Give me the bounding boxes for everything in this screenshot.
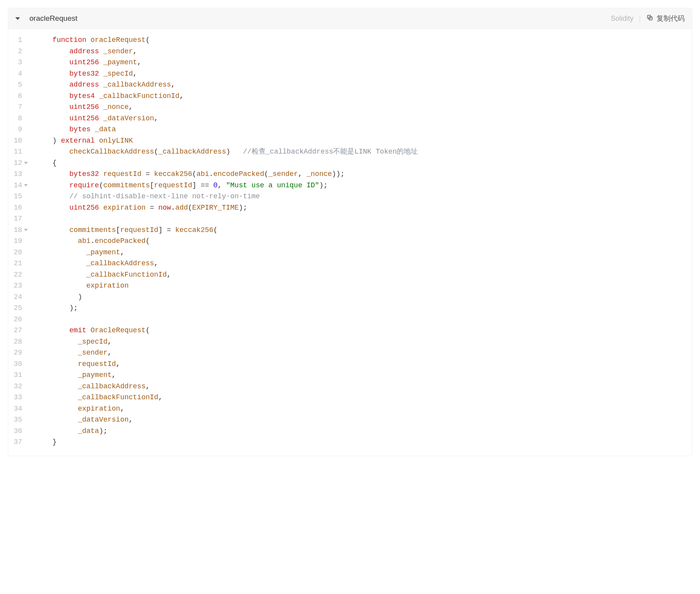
line-number: 9 (14, 124, 22, 135)
code-line: _payment, (36, 369, 418, 381)
code-line: bytes32 _specId, (36, 68, 418, 80)
line-number: 34 (14, 403, 22, 415)
fold-icon[interactable] (24, 184, 28, 187)
code-line: ) external onlyLINK (36, 135, 418, 147)
language-label: Solidity (611, 14, 633, 23)
code-body: 1234567891011121314151617181920212223242… (8, 29, 692, 456)
line-number: 37 (14, 436, 22, 448)
code-line: expiration, (36, 403, 418, 415)
line-number: 35 (14, 414, 22, 426)
line-number: 29 (14, 347, 22, 359)
copy-icon (646, 14, 653, 23)
line-number: 11 (14, 146, 22, 158)
code-line (36, 314, 418, 325)
line-number: 21 (14, 258, 22, 269)
line-number: 2 (14, 46, 22, 57)
code-line: _specId, (36, 336, 418, 348)
code-line: _sender, (36, 347, 418, 359)
line-number: 3 (14, 57, 22, 68)
line-number: 17 (14, 213, 22, 225)
header-divider: | (639, 14, 641, 23)
line-number: 20 (14, 247, 22, 258)
line-number: 18 (14, 225, 22, 236)
code-line: } (36, 436, 418, 448)
line-number: 6 (14, 91, 22, 102)
line-number: 32 (14, 381, 22, 392)
line-number-gutter: 1234567891011121314151617181920212223242… (8, 34, 26, 448)
code-line: uint256 _payment, (36, 57, 418, 68)
code-line: function oracleRequest( (36, 34, 418, 46)
code-line: _data); (36, 426, 418, 437)
code-line: uint256 expiration = now.add(EXPIRY_TIME… (36, 202, 418, 214)
line-number: 22 (14, 269, 22, 281)
fold-icon[interactable] (24, 229, 28, 231)
line-number: 5 (14, 79, 22, 91)
code-line: expiration (36, 280, 418, 292)
code-line: address _sender, (36, 46, 418, 57)
code-panel: oracleRequest Solidity | 复制代码 1234567891… (8, 8, 692, 456)
code-line: // solhint-disable-next-line not-rely-on… (36, 191, 418, 202)
copy-code-button[interactable]: 复制代码 (646, 14, 685, 23)
line-number: 8 (14, 113, 22, 124)
line-number: 10 (14, 135, 22, 147)
code-line: abi.encodePacked( (36, 235, 418, 247)
line-number: 14 (14, 180, 22, 191)
code-line: uint256 _dataVersion, (36, 113, 418, 124)
code-line: uint256 _nonce, (36, 101, 418, 113)
code-line: checkCallbackAddress(_callbackAddress) /… (36, 146, 418, 158)
code-line: _dataVersion, (36, 414, 418, 426)
code-line: ) (36, 292, 418, 303)
code-line: bytes4 _callbackFunctionId, (36, 91, 418, 102)
line-number: 27 (14, 325, 22, 336)
line-number: 16 (14, 202, 22, 214)
line-number: 25 (14, 302, 22, 314)
code-line: _callbackFunctionId, (36, 269, 418, 281)
file-name: oracleRequest (29, 14, 78, 23)
line-number: 4 (14, 68, 22, 80)
code-line (36, 213, 418, 225)
line-number: 24 (14, 292, 22, 303)
line-number: 33 (14, 392, 22, 403)
code-line: ); (36, 302, 418, 314)
line-number: 7 (14, 101, 22, 113)
code-line: commitments[requestId] = keccak256( (36, 225, 418, 236)
code-line: bytes32 requestId = keccak256(abi.encode… (36, 168, 418, 180)
line-number: 28 (14, 336, 22, 348)
code-line: bytes _data (36, 124, 418, 135)
line-number: 13 (14, 168, 22, 180)
code-line: emit OracleRequest( (36, 325, 418, 336)
code-content[interactable]: function oracleRequest( address _sender,… (26, 34, 425, 448)
code-line: _callbackAddress, (36, 258, 418, 269)
line-number: 36 (14, 426, 22, 437)
code-line: requestId, (36, 359, 418, 370)
line-number: 30 (14, 359, 22, 370)
code-line: require(commitments[requestId] == 0, "Mu… (36, 180, 418, 191)
line-number: 12 (14, 158, 22, 169)
line-number: 1 (14, 34, 22, 46)
code-line: _callbackFunctionId, (36, 392, 418, 403)
line-number: 19 (14, 235, 22, 247)
code-header: oracleRequest Solidity | 复制代码 (8, 8, 692, 29)
copy-label: 复制代码 (656, 14, 685, 23)
code-line: address _callbackAddress, (36, 79, 418, 91)
line-number: 31 (14, 369, 22, 381)
code-line: { (36, 158, 418, 169)
line-number: 15 (14, 191, 22, 202)
line-number: 23 (14, 280, 22, 292)
code-line: _payment, (36, 247, 418, 258)
collapse-icon[interactable] (15, 17, 20, 20)
fold-icon[interactable] (24, 162, 28, 164)
line-number: 26 (14, 314, 22, 325)
code-line: _callbackAddress, (36, 381, 418, 392)
